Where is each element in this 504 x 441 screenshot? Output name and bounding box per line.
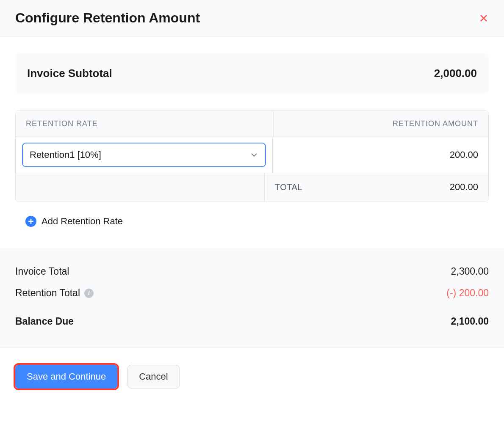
add-retention-rate-button[interactable]: Add Retention Rate [15, 212, 131, 231]
balance-due-row: Balance Due 2,100.00 [15, 311, 489, 332]
summary-section: Invoice Total 2,300.00 Retention Total i… [0, 248, 504, 347]
modal-footer: Save and Continue Cancel [0, 347, 504, 404]
retention-total-value: 200.00 [450, 182, 478, 193]
balance-due-value: 2,100.00 [451, 316, 489, 327]
retention-total-summary-label: Retention Total i [15, 287, 94, 299]
table-row: Retention1 [10%] 200.00 [16, 137, 488, 173]
cancel-button[interactable]: Cancel [127, 365, 179, 389]
retention-rate-value: Retention1 [10%] [30, 149, 101, 160]
plus-circle-icon [25, 216, 36, 227]
retention-rate-header: RETENTION RATE [16, 111, 274, 137]
save-and-continue-button[interactable]: Save and Continue [15, 365, 117, 389]
retention-total-label: TOTAL [275, 182, 302, 192]
invoice-subtotal-label: Invoice Subtotal [27, 67, 112, 80]
retention-table: RETENTION RATE RETENTION AMOUNT Retentio… [15, 110, 489, 201]
retention-total-row: Retention Total i (-) 200.00 [15, 282, 489, 304]
info-icon[interactable]: i [84, 289, 94, 298]
invoice-total-row: Invoice Total 2,300.00 [15, 261, 489, 282]
retention-amount-header: RETENTION AMOUNT [274, 111, 488, 137]
invoice-subtotal-value: 2,000.00 [434, 67, 477, 80]
balance-due-label: Balance Due [15, 316, 74, 327]
close-icon[interactable] [479, 13, 489, 23]
retention-total-summary-value: (-) 200.00 [446, 287, 489, 299]
modal-body: Invoice Subtotal 2,000.00 RETENTION RATE… [0, 36, 504, 248]
invoice-total-value: 2,300.00 [451, 266, 489, 277]
modal-title: Configure Retention Amount [15, 10, 200, 26]
invoice-subtotal-card: Invoice Subtotal 2,000.00 [15, 53, 489, 94]
retention-table-header: RETENTION RATE RETENTION AMOUNT [16, 111, 488, 137]
chevron-down-icon [250, 151, 258, 159]
modal-header: Configure Retention Amount [0, 0, 504, 36]
invoice-total-label: Invoice Total [15, 266, 69, 277]
retention-rate-dropdown[interactable]: Retention1 [10%] [22, 143, 266, 167]
retention-total-row: TOTAL 200.00 [16, 173, 488, 201]
retention-amount-value: 200.00 [273, 137, 488, 173]
add-retention-label: Add Retention Rate [42, 216, 123, 227]
